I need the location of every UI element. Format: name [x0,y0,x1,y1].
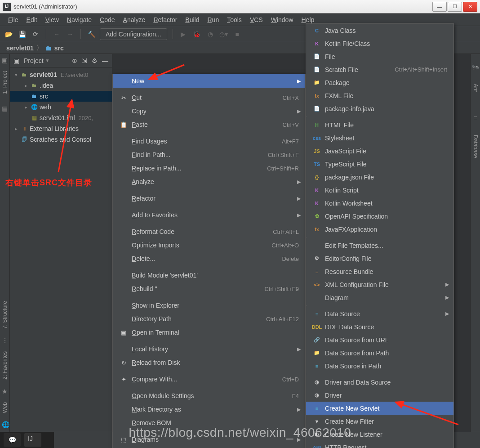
tree-src[interactable]: 🖿src [10,91,112,102]
new-javascript-file[interactable]: JSJavaScript File [306,144,453,157]
ctx-cut[interactable]: ✂CutCtrl+X [113,91,305,104]
maximize-button[interactable]: ☐ [448,2,462,12]
run-icon[interactable]: ▶ [178,29,188,39]
structure-placeholder-icon[interactable]: ▤ [2,105,8,111]
ctx-find-usages[interactable]: Find UsagesAlt+F7 [113,134,305,148]
debug-icon[interactable]: 🐞 [192,29,202,39]
ctx-copy[interactable]: Copy▶ [113,104,305,118]
ctx-replace-in-path-[interactable]: Replace in Path...Ctrl+Shift+R [113,161,305,175]
menu-edit[interactable]: Edit [23,15,41,25]
ctx-add-to-favorites[interactable]: Add to Favorites▶ [113,208,305,222]
taskbar-intellij[interactable]: IJ [24,433,41,447]
minimize-button[interactable]: — [432,2,447,12]
ctx-remove-bom[interactable]: Remove BOM [113,416,305,430]
save-icon[interactable]: 💾 [17,29,27,39]
new-package-json-file[interactable]: {}package.json File [306,170,453,184]
favorites-tool-icon[interactable]: ★ [2,388,8,394]
profile-icon[interactable]: ◷▾ [219,29,229,39]
coverage-icon[interactable]: ◔ [205,29,215,39]
new-javafxapplication[interactable]: fxJavaFXApplication [306,223,453,236]
forward-icon[interactable]: → [65,29,75,39]
menu-file[interactable]: File [4,15,22,25]
favorites-tool-label[interactable]: 2: Favorites [2,351,8,380]
ctx-compare-with-[interactable]: ✦Compare With...Ctrl+D [113,372,305,386]
ctx-diagrams[interactable]: ⬚Diagrams▶ [113,433,305,446]
tree-iml[interactable]: ▦servlet01.iml2020, [10,112,112,123]
new-data-source-in-path[interactable]: ≡Data Source in Path [306,359,453,372]
stop-icon[interactable]: ■ [232,29,242,39]
menu-tools[interactable]: Tools [223,15,245,25]
new-driver-and-data-source[interactable]: ◑Driver and Data Source [306,376,453,389]
tree-root[interactable]: ▾🖿 servlet01 E:\servlet0 [10,69,112,80]
new-ddl-data-source[interactable]: DDLDDL Data Source [306,320,453,333]
new-data-source-from-path[interactable]: 📁Data Source from Path [306,346,453,359]
new-kotlin-script[interactable]: KKotlin Script [306,184,453,197]
new-edit-file-templates-[interactable]: Edit File Templates... [306,239,453,252]
new-create-new-servlet[interactable]: ≡Create New Servlet [306,402,453,415]
ctx-build-module-servlet01-[interactable]: Build Module 'servlet01' [113,269,305,282]
database-tool-label[interactable]: Database [472,135,479,158]
menu-run[interactable]: Run [204,15,222,25]
new-kotlin-file-class[interactable]: KKotlin File/Class [306,37,453,50]
menu-vcs[interactable]: VCS [246,15,267,25]
ctx-local-history[interactable]: Local History▶ [113,342,305,356]
menu-refactor[interactable]: Refactor [150,15,181,25]
new-create-new-filter[interactable]: ▼Create New Filter [306,415,453,428]
new-xml-configuration-file[interactable]: <>XML Configuration File▶ [306,278,453,291]
settings-icon[interactable]: ⚙ [92,57,98,64]
new-diagram[interactable]: Diagram▶ [306,291,453,304]
project-tree[interactable]: ▾🖿 servlet01 E:\servlet0 ▸🖿.idea 🖿src ▸🌐… [10,67,112,432]
new-openapi-specification[interactable]: ✿OpenAPI Specification [306,210,453,223]
new-file[interactable]: 📄File [306,50,453,63]
new-data-source[interactable]: ≡Data Source▶ [306,307,453,320]
new-create-new-listener[interactable]: ◐Create New Listener [306,428,453,441]
ctx-reformat-code[interactable]: Reformat CodeCtrl+Alt+L [113,225,305,238]
project-view-dropdown[interactable]: Project ▼ [24,57,49,64]
menu-analyze[interactable]: Analyze [120,15,149,25]
ctx-show-in-explorer[interactable]: Show in Explorer [113,299,305,312]
taskbar-wechat[interactable]: 💬 [4,433,21,447]
ctx-directory-path[interactable]: Directory PathCtrl+Alt+F12 [113,312,305,326]
structure-tool-icon[interactable]: ⋮ [2,337,8,343]
add-configuration-dropdown[interactable]: Add Configuration... [100,28,167,40]
database-tool-icon[interactable]: ≡ [473,114,477,121]
new-package[interactable]: 📁Package [306,76,453,89]
ant-tool-label[interactable]: Ant [472,84,479,92]
new-scratch-file[interactable]: 📄Scratch FileCtrl+Alt+Shift+Insert [306,63,453,76]
ctx-open-module-settings[interactable]: Open Module SettingsF4 [113,389,305,403]
new-http-request[interactable]: APIHTTP Request [306,441,453,448]
new-kotlin-worksheet[interactable]: KKotlin Worksheet [306,197,453,210]
ant-tool-icon[interactable]: 🐜 [471,63,479,70]
tree-idea[interactable]: ▸🖿.idea [10,80,112,91]
build-icon[interactable]: 🔨 [86,29,96,39]
new-typescript-file[interactable]: TSTypeScript File [306,157,453,170]
web-tool-label[interactable]: Web [2,402,8,413]
new-html-file[interactable]: HHTML File [306,118,453,131]
ctx-find-in-path-[interactable]: Find in Path...Ctrl+Shift+F [113,148,305,161]
collapse-icon[interactable]: ⇲ [82,57,87,64]
ctx-open-in-terminal[interactable]: ▣Open in Terminal [113,326,305,339]
new-driver[interactable]: ◑Driver [306,389,453,402]
ctx-analyze[interactable]: Analyze▶ [113,175,305,188]
new-java-class[interactable]: CJava Class [306,24,453,37]
locate-icon[interactable]: ⊕ [72,57,77,64]
menu-code[interactable]: Code [96,15,118,25]
refresh-icon[interactable]: ⟳ [31,29,40,39]
tree-web[interactable]: ▸🌐web [10,102,112,112]
tree-external[interactable]: ▸⫴External Libraries [10,123,112,134]
new-submenu[interactable]: CJava ClassKKotlin File/Class📄File📄Scrat… [306,23,454,448]
new-data-source-from-url[interactable]: 🔗Data Source from URL [306,333,453,346]
ctx-refactor[interactable]: Refactor▶ [113,192,305,205]
menu-view[interactable]: View [42,15,62,25]
ctx-reload-from-disk[interactable]: ↻Reload from Disk [113,356,305,369]
close-button[interactable]: ✕ [463,2,477,12]
new-editorconfig-file[interactable]: ⚙EditorConfig File [306,252,453,265]
context-menu[interactable]: New▶✂CutCtrl+XCopy▶📋PasteCtrl+VFind Usag… [112,74,306,448]
ctx-new[interactable]: New▶ [113,74,305,88]
structure-tool-label[interactable]: 7: Structure [2,301,8,329]
new-fxml-file[interactable]: fxFXML File [306,89,453,102]
ctx-rebuild-default-[interactable]: Rebuild ''Ctrl+Shift+F9 [113,282,305,296]
breadcrumb-project[interactable]: servlet01 [6,45,34,52]
hide-icon[interactable]: — [102,57,108,64]
breadcrumb-src[interactable]: src [54,45,64,52]
